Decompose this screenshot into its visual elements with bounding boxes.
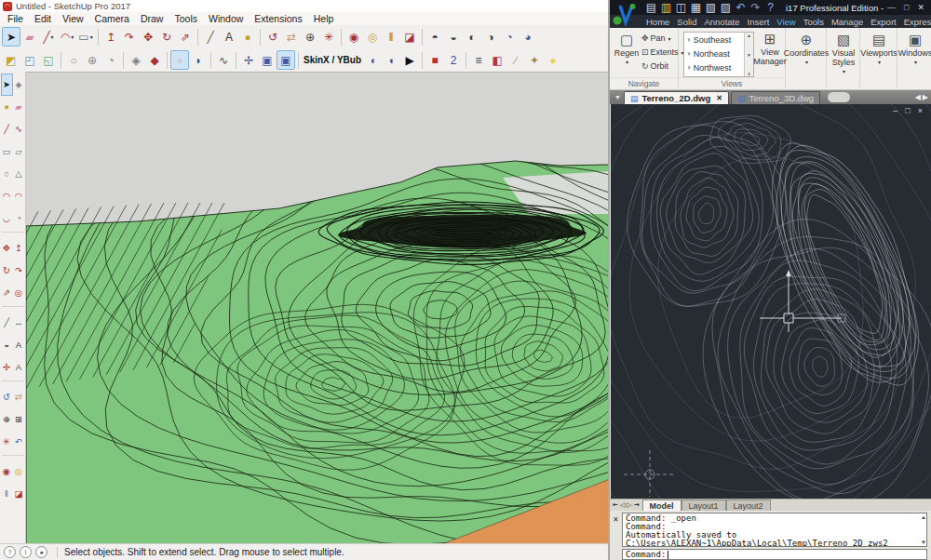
ribbon-tab-solid[interactable]: Solid — [673, 17, 700, 27]
dropdown-arrow-icon[interactable]: ▾ — [51, 33, 54, 40]
view-item-northwest[interactable]: ◑ Northwest — [684, 60, 753, 74]
rectangle-tool[interactable]: ▭ — [1, 140, 13, 163]
prev-layout-icon[interactable]: ◁ — [620, 501, 625, 509]
protractor-tool[interactable]: ◒ — [1, 334, 13, 356]
view-manager-button[interactable]: ⊞ View Manager — [755, 32, 785, 66]
cad-drawing-area[interactable] — [611, 104, 931, 499]
walk-tool[interactable]: ‖ — [382, 27, 400, 47]
menu-edit[interactable]: Edit — [29, 13, 57, 24]
solid-union-tool[interactable]: ◓ — [425, 27, 444, 47]
position-camera-tool[interactable]: ◉ — [344, 27, 363, 47]
text-tool[interactable]: A — [13, 334, 25, 356]
top-view-button[interactable]: ◰ — [20, 50, 39, 70]
regen-button[interactable]: ▢ Regen ▾ — [613, 33, 641, 65]
ribbon-tab-express[interactable]: Express — [900, 17, 931, 27]
tab-scroll-right-icon[interactable]: ▶ — [923, 93, 928, 101]
view-item-northeast[interactable]: ◑ Northeast — [684, 47, 753, 60]
three-point-arc-tool[interactable]: ◡ — [1, 207, 13, 230]
viewports-button[interactable]: ▤ Viewports ▾ — [861, 33, 897, 65]
push-pull-tool[interactable]: ↥ — [13, 237, 25, 260]
close-button[interactable]: ✕ — [917, 3, 924, 12]
undo-icon[interactable]: ↶ — [735, 2, 747, 14]
soften-edges-button[interactable]: ● — [170, 50, 189, 70]
skin-tool-1-button[interactable]: ◖ — [363, 50, 382, 70]
orbit-view-button[interactable]: ○ — [64, 50, 83, 70]
command-history[interactable]: Command: _open Command: Automatically sa… — [622, 513, 927, 547]
line-tool[interactable]: ╱ — [1, 118, 13, 140]
flag-button[interactable]: ◧ — [488, 50, 506, 70]
arc-tool[interactable]: ◠▾ — [58, 27, 76, 47]
rotate-tool[interactable]: ↻ — [157, 27, 176, 47]
sketchup-titlebar[interactable]: ◠ Untitled - SketchUp Pro 2017 — [0, 0, 610, 12]
polygon-tool[interactable]: △ — [13, 163, 25, 185]
previous-view-tool[interactable]: ↶ — [13, 431, 25, 453]
ribbon-tab-tools[interactable]: Tools — [800, 17, 828, 27]
solid-intersect-tool[interactable]: ◑ — [481, 27, 500, 47]
visual-styles-button[interactable]: ▧ Visual Styles ▾ — [828, 33, 859, 74]
menu-camera[interactable]: Camera — [89, 13, 135, 24]
rotate-tool[interactable]: ↻ — [1, 260, 13, 282]
ribbon-tab-export[interactable]: Export — [867, 17, 899, 27]
maximize-button[interactable]: □ — [904, 3, 909, 12]
make-component-tool[interactable]: ◈ — [13, 73, 25, 96]
offset-tool[interactable]: ◎ — [13, 282, 25, 304]
bubble-button[interactable]: ▣ — [277, 50, 295, 70]
redo-icon[interactable]: ↷ — [749, 2, 762, 14]
3d-text-tool[interactable]: A — [13, 356, 25, 379]
zoom-window-tool[interactable]: ⊞ — [13, 408, 25, 431]
last-layout-icon[interactable]: ⇥ — [634, 501, 640, 509]
zoom-extents-tool[interactable]: ✳ — [1, 431, 13, 453]
tab-layout2[interactable]: Layout2 — [726, 500, 771, 512]
pan-tool[interactable]: ⇄ — [13, 386, 25, 408]
minimize-button[interactable]: — — [887, 3, 896, 12]
menu-view[interactable]: View — [57, 13, 89, 24]
position-camera-tool[interactable]: ◉ — [1, 460, 13, 483]
two-point-arc-tool[interactable]: ◠ — [13, 185, 25, 207]
eraser-tool[interactable]: ▰ — [20, 27, 39, 47]
ribbon-tab-home[interactable]: Home — [642, 17, 673, 27]
paint-bucket-tool[interactable]: ● — [1, 96, 13, 118]
zoom-window-button[interactable]: ⊕ — [83, 50, 101, 70]
soap-skin-button[interactable]: ▣ — [258, 50, 277, 70]
cad-titlebar[interactable]: ▤▥◫▦▧▨↶↷? i17 Professional Edition - [C:… — [610, 0, 931, 15]
move-tool[interactable]: ✥ — [1, 237, 13, 260]
ribbon-tab-view[interactable]: View — [773, 17, 799, 27]
tab-model[interactable]: Model — [642, 500, 681, 512]
menu-extensions[interactable]: Extensions — [249, 13, 307, 24]
views-list-scrollbar[interactable]: ▲ ▼ ⇟ — [744, 33, 753, 76]
rotated-rectangle-tool[interactable]: ▱ — [13, 140, 25, 163]
line-tool[interactable]: ╱▾ — [39, 27, 58, 47]
command-window-close-icon[interactable]: ✕ — [613, 515, 619, 524]
curviloft-button[interactable]: ∿ — [214, 50, 233, 70]
helmet-plugin-button[interactable]: ◗ — [189, 50, 208, 70]
new-tab-button[interactable] — [828, 92, 850, 102]
walk-tool[interactable]: ‖ — [1, 483, 13, 505]
move-tool[interactable]: ✥ — [139, 27, 157, 47]
qnew-icon[interactable]: ▤ — [645, 2, 657, 14]
shaded-style-button[interactable]: ◈ — [127, 50, 145, 70]
scroll-up-icon[interactable]: ▲ — [747, 33, 751, 38]
tab-list-dropdown-icon[interactable]: ▼ — [612, 94, 624, 100]
dropdown-arrow-icon[interactable]: ▾ — [90, 33, 93, 40]
drawing-close-icon[interactable]: × — [918, 106, 923, 115]
look-around-tool[interactable]: ◎ — [363, 27, 382, 47]
pan-button[interactable]: ✥ Pan ▾ — [641, 33, 671, 43]
solid-trim-tool[interactable]: ◐ — [463, 27, 481, 47]
circle-tool[interactable]: ○ — [1, 163, 13, 185]
rectangle-tool[interactable]: ▭▾ — [76, 27, 95, 47]
follow-me-tool[interactable]: ↷ — [120, 27, 139, 47]
axes-tool[interactable]: ✢ — [1, 356, 13, 379]
tab-close-icon[interactable]: ✕ — [716, 94, 722, 102]
orbit-tool[interactable]: ↺ — [1, 386, 13, 408]
orbit-button[interactable]: ↻ Orbit — [641, 61, 668, 71]
save-as-icon[interactable]: ▦ — [690, 2, 702, 14]
freehand-tool[interactable]: ∿ — [13, 118, 25, 140]
solid-outer-shell-tool[interactable]: ◕ — [519, 27, 537, 47]
windows-button[interactable]: ▣ Windows ▾ — [898, 33, 931, 65]
skin-play-button[interactable]: ▶ — [400, 50, 419, 70]
coordinates-button[interactable]: ⊕ Coordinates ▾ — [787, 33, 826, 65]
command-scroll-up-icon[interactable]: ▲ — [921, 514, 926, 520]
tape-measure-tool[interactable]: ╱ — [1, 312, 13, 334]
scroll-down-icon[interactable]: ▼ — [747, 52, 751, 58]
zoom-extents-tool[interactable]: ✳ — [319, 27, 338, 47]
